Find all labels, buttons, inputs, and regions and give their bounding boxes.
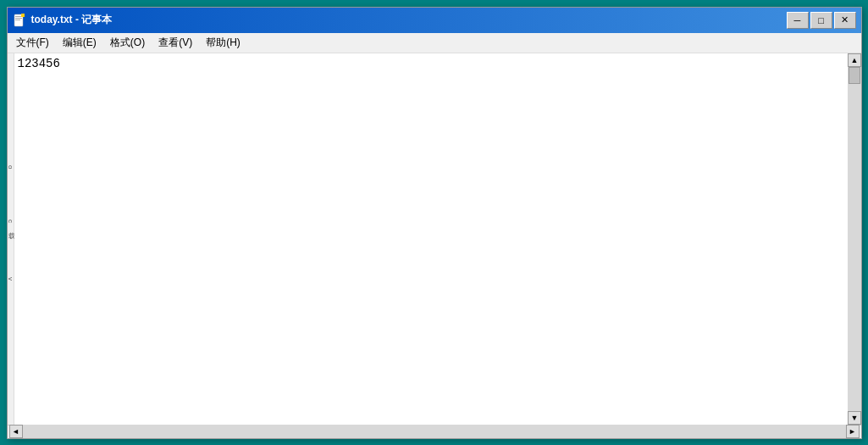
scroll-thumb[interactable] [849,67,860,84]
notepad-app-icon [13,14,26,27]
menu-view[interactable]: 查看(V) [152,33,199,52]
right-scrollbar: ▲ ▼ [848,53,861,425]
scroll-track[interactable] [848,67,861,411]
svg-rect-3 [15,19,20,20]
scroll-right-button[interactable]: ► [846,425,860,438]
svg-rect-1 [15,16,22,17]
menu-file[interactable]: 文件(F) [9,33,56,52]
editor-area: o c 载 v 123456 ▲ ▼ [8,53,861,425]
scroll-left-button[interactable]: ◄ [9,425,23,438]
title-bar-left: today.txt - 记事本 [13,13,113,27]
menu-help[interactable]: 帮助(H) [199,33,247,52]
left-sidebar: o c 载 v [8,53,14,425]
title-bar: today.txt - 记事本 ─ □ ✕ [8,8,861,33]
horizontal-scrollbar[interactable] [23,425,846,438]
notepad-window: today.txt - 记事本 ─ □ ✕ 文件(F) 编辑(E) 格式(O) … [7,7,862,439]
close-button[interactable]: ✕ [834,12,856,29]
window-controls: ─ □ ✕ [787,12,856,29]
scroll-down-button[interactable]: ▼ [848,411,861,425]
bottom-bar: ◄ ► [8,425,861,438]
maximize-button[interactable]: □ [810,12,832,29]
menu-bar: 文件(F) 编辑(E) 格式(O) 查看(V) 帮助(H) [8,33,861,53]
text-editor[interactable]: 123456 [14,53,848,425]
minimize-button[interactable]: ─ [787,12,809,29]
menu-edit[interactable]: 编辑(E) [56,33,103,52]
text-area-wrapper: 123456 [14,53,848,425]
scroll-up-button[interactable]: ▲ [848,53,861,67]
menu-format[interactable]: 格式(O) [103,33,152,52]
window-title: today.txt - 记事本 [31,13,113,27]
svg-rect-2 [15,18,22,19]
